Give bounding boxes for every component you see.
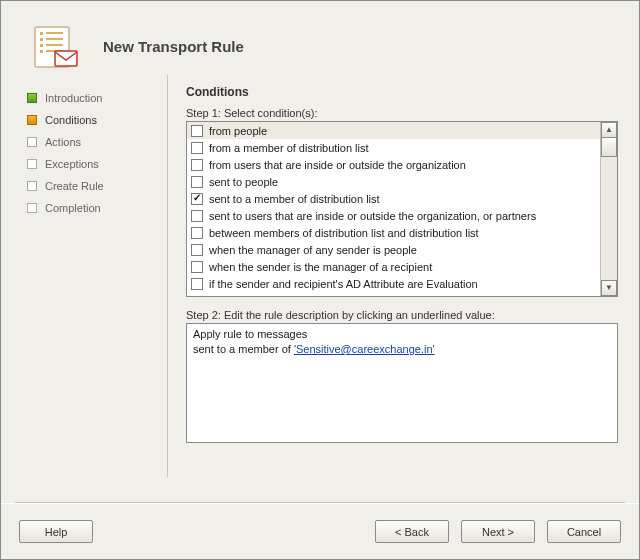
step1-label: Step 1: Select condition(s):	[186, 107, 621, 119]
condition-label: from a member of distribution list	[209, 142, 369, 154]
condition-label: if the sender and recipient's AD Attribu…	[209, 278, 478, 290]
nav-step-label: Completion	[45, 202, 101, 214]
svg-rect-9	[55, 51, 77, 66]
step-future-icon	[27, 137, 37, 147]
step-done-icon	[27, 93, 37, 103]
svg-rect-3	[40, 44, 43, 47]
nav-step-label: Conditions	[45, 114, 97, 126]
scrollbar[interactable]: ▲ ▼	[600, 122, 617, 296]
condition-row[interactable]: sent to people	[187, 173, 600, 190]
wizard-title: New Transport Rule	[103, 38, 244, 55]
condition-row[interactable]: sent to a member of distribution list	[187, 190, 600, 207]
checkbox[interactable]	[191, 210, 203, 222]
condition-label: sent to a member of distribution list	[209, 193, 380, 205]
rule-desc-line1: Apply rule to messages	[193, 327, 611, 342]
wizard-main: Conditions Step 1: Select condition(s): …	[167, 75, 639, 477]
back-button[interactable]: < Back	[375, 520, 449, 543]
condition-row[interactable]: from users that are inside or outside th…	[187, 156, 600, 173]
nav-step-label: Actions	[45, 136, 81, 148]
checkbox[interactable]	[191, 125, 203, 137]
checkbox[interactable]	[191, 142, 203, 154]
conditions-listbox[interactable]: from people from a member of distributio…	[186, 121, 618, 297]
condition-label: when the manager of any sender is people	[209, 244, 417, 256]
checkbox[interactable]	[191, 261, 203, 273]
checkbox[interactable]	[191, 159, 203, 171]
condition-row[interactable]: if the sender and recipient's AD Attribu…	[187, 275, 600, 292]
rule-description-box[interactable]: Apply rule to messages sent to a member …	[186, 323, 618, 443]
nav-step-label: Introduction	[45, 92, 102, 104]
condition-label: sent to people	[209, 176, 278, 188]
nav-step-label: Exceptions	[45, 158, 99, 170]
step-future-icon	[27, 159, 37, 169]
next-button[interactable]: Next >	[461, 520, 535, 543]
section-title: Conditions	[186, 85, 621, 99]
checkbox-checked[interactable]	[191, 193, 203, 205]
scroll-up-icon[interactable]: ▲	[601, 122, 617, 138]
scroll-thumb[interactable]	[601, 137, 617, 157]
svg-rect-4	[40, 50, 43, 53]
wizard-window: New Transport Rule Introduction Conditio…	[0, 0, 640, 560]
wizard-icon	[29, 21, 79, 71]
condition-label: when the sender is the manager of a reci…	[209, 261, 432, 273]
scroll-down-icon[interactable]: ▼	[601, 280, 617, 296]
nav-step-actions[interactable]: Actions	[27, 131, 167, 153]
wizard-header: New Transport Rule	[1, 1, 639, 75]
checkbox[interactable]	[191, 244, 203, 256]
conditions-list: from people from a member of distributio…	[187, 122, 600, 296]
rule-desc-line2: sent to a member of 'Sensitive@careexcha…	[193, 342, 611, 357]
condition-row[interactable]: between members of distribution list and…	[187, 224, 600, 241]
nav-step-completion[interactable]: Completion	[27, 197, 167, 219]
wizard-footer: Help < Back Next > Cancel	[1, 503, 639, 559]
condition-label: from people	[209, 125, 267, 137]
rule-desc-prefix: sent to a member of	[193, 343, 294, 355]
step2-label: Step 2: Edit the rule description by cli…	[186, 309, 621, 321]
condition-label: sent to users that are inside or outside…	[209, 210, 536, 222]
wizard-steps-nav: Introduction Conditions Actions Exceptio…	[1, 75, 167, 477]
condition-row[interactable]: when the sender is the manager of a reci…	[187, 258, 600, 275]
nav-step-introduction[interactable]: Introduction	[27, 87, 167, 109]
nav-step-conditions[interactable]: Conditions	[27, 109, 167, 131]
svg-rect-1	[40, 32, 43, 35]
svg-rect-2	[40, 38, 43, 41]
nav-step-create-rule[interactable]: Create Rule	[27, 175, 167, 197]
checkbox[interactable]	[191, 176, 203, 188]
condition-label: between members of distribution list and…	[209, 227, 479, 239]
condition-row[interactable]: from people	[187, 122, 600, 139]
help-button[interactable]: Help	[19, 520, 93, 543]
nav-step-exceptions[interactable]: Exceptions	[27, 153, 167, 175]
checkbox[interactable]	[191, 278, 203, 290]
nav-step-label: Create Rule	[45, 180, 104, 192]
condition-label: from users that are inside or outside th…	[209, 159, 466, 171]
cancel-button[interactable]: Cancel	[547, 520, 621, 543]
step-future-icon	[27, 203, 37, 213]
rule-desc-distribution-link[interactable]: 'Sensitive@careexchange.in'	[294, 343, 435, 355]
step-future-icon	[27, 181, 37, 191]
condition-row[interactable]: when the manager of any sender is people	[187, 241, 600, 258]
condition-row[interactable]: sent to users that are inside or outside…	[187, 207, 600, 224]
condition-row[interactable]: from a member of distribution list	[187, 139, 600, 156]
checkbox[interactable]	[191, 227, 203, 239]
step-current-icon	[27, 115, 37, 125]
